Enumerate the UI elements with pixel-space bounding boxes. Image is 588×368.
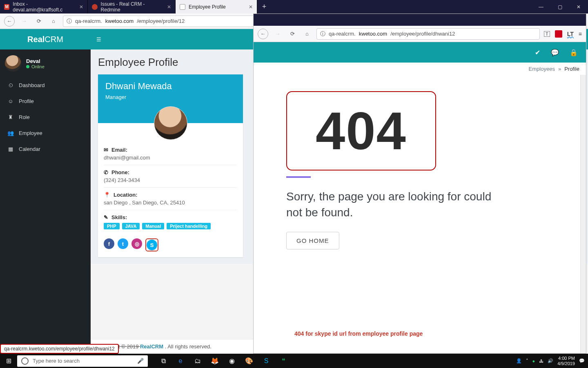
facebook-icon[interactable]: f (104, 238, 114, 249)
reload-button[interactable]: ⟳ (33, 16, 44, 27)
mic-icon[interactable]: 🎤 (137, 358, 144, 364)
hamburger-icon[interactable]: ☰ (96, 36, 101, 43)
close-icon[interactable]: ✕ (249, 4, 253, 10)
social-row: f t ◎ S (104, 238, 237, 251)
hangouts-icon[interactable]: ❝ (275, 355, 292, 367)
envelope-icon: ✉ (104, 147, 108, 153)
redmine-icon (92, 4, 98, 10)
close-icon[interactable]: ✕ (167, 4, 171, 10)
forward-button[interactable]: → (19, 16, 29, 27)
win2-tabstrip (254, 14, 586, 26)
sidebar-item-employee[interactable]: 👥Employee (0, 125, 91, 141)
network-icon[interactable]: 🖧 (539, 359, 543, 364)
text-extension-icon[interactable]: T (544, 31, 550, 37)
lt-extension-icon[interactable]: LT (567, 31, 574, 37)
url-bar[interactable]: ⓘ qa-realcrm.kwetoo.com/employee/profile… (63, 16, 267, 27)
chat-icon[interactable]: 💬 (551, 49, 559, 56)
sidebar-item-calendar[interactable]: ▦Calendar (0, 141, 91, 157)
tray-chevron-icon[interactable]: ˄ (526, 358, 528, 364)
close-icon[interactable]: ✕ (79, 4, 83, 10)
skill-chip: JAVA (122, 223, 140, 229)
sidebar-item-role[interactable]: ♜Role (0, 109, 91, 125)
location-value: san Diego , San Diego, CA, 25410 (104, 200, 237, 206)
lock-icon[interactable]: 🔒 (570, 49, 578, 56)
user-icon: ☺ (7, 98, 14, 104)
people-icon[interactable]: 👤 (516, 358, 522, 364)
skype-icon[interactable]: S (258, 355, 274, 367)
new-tab-button[interactable]: + (257, 0, 271, 13)
sidebar-user[interactable]: Deval Online (0, 49, 91, 77)
url-path: /employee/profile/12 (137, 18, 185, 24)
edge-icon[interactable]: e (172, 355, 189, 367)
minimize-button[interactable]: — (532, 0, 550, 13)
annotation-note: 404 for skype id url from employee profi… (294, 330, 423, 337)
skill-chip: Manual (142, 223, 164, 229)
skype-icon[interactable]: S (147, 240, 157, 250)
firefox-icon[interactable]: 🦊 (207, 355, 223, 367)
error-code: 404 (316, 100, 407, 162)
back-button[interactable]: ← (258, 29, 268, 39)
tab-label: Employee Profile (189, 4, 226, 10)
tab-redmine[interactable]: Issues - Real CRM - Redmine ✕ (88, 0, 176, 13)
back-button[interactable]: ← (4, 16, 15, 27)
gmail-icon: M (4, 4, 9, 10)
notifications-icon[interactable]: 💬 (579, 358, 585, 364)
tab-gmail[interactable]: M Inbox - deval.amin@kraffsoft.c ✕ (0, 0, 88, 13)
phone-icon: ✆ (104, 169, 108, 175)
tab-group: M Inbox - deval.amin@kraffsoft.c ✕ Issue… (0, 0, 271, 13)
breadcrumb: Employees » Profile (254, 63, 586, 75)
tab-label: Inbox - deval.amin@kraffsoft.c (13, 1, 76, 13)
chrome-icon[interactable]: ◉ (224, 355, 240, 367)
status-hover-url: qa-realcrm.kwetoo.com/employee/profile/d… (0, 344, 119, 354)
taskbar-search[interactable]: Type here to search 🎤 (17, 355, 148, 367)
flash-icon[interactable] (555, 30, 562, 38)
app-topbar-right: ✔ 💬 🔒 (254, 42, 586, 63)
url-domain: kwetoo.com (105, 18, 134, 24)
employee-name: Dhwani Mewada (105, 81, 236, 92)
sidebar-item-profile[interactable]: ☺Profile (0, 93, 91, 109)
go-home-button[interactable]: GO HOME (286, 232, 339, 249)
scrollbar[interactable] (580, 75, 586, 353)
employee-role: Manager (105, 94, 236, 100)
avatar (5, 55, 21, 72)
footer-brand-link[interactable]: RealCRM (140, 343, 163, 350)
page-icon (180, 4, 185, 10)
twitter-icon[interactable]: t (118, 238, 128, 249)
url-prefix: qa-realcrm. (75, 18, 102, 24)
reload-button[interactable]: ⟳ (287, 29, 298, 39)
skype-highlight: S (145, 238, 158, 251)
pin-icon: 📍 (104, 192, 110, 198)
browser-toolbar-right: ← → ⟳ ⌂ ⓘ qa-realcrm.kwetoo.com/employee… (254, 26, 586, 42)
search-placeholder: Type here to search (33, 358, 80, 364)
system-tray: 👤 ˄ ● 🖧 🔊 4:00 PM 4/9/2019 💬 (513, 356, 588, 366)
tab-employee-profile[interactable]: Employee Profile ✕ (176, 0, 257, 13)
maximize-button[interactable]: ▢ (550, 0, 569, 13)
url-bar[interactable]: ⓘ qa-realcrm.kwetoo.com/employee/profile… (316, 28, 540, 40)
volume-icon[interactable]: 🔊 (548, 358, 553, 364)
sidebar-item-dashboard[interactable]: ⏲Dashboard (0, 77, 91, 93)
close-button[interactable]: ✕ (569, 0, 588, 13)
users-icon: 👥 (7, 130, 14, 136)
calendar-icon: ▦ (7, 146, 14, 152)
brand[interactable]: RealCRM (0, 29, 91, 49)
skill-chip: PHP (104, 223, 120, 229)
check-icon[interactable]: ✔ (535, 49, 540, 56)
home-button[interactable]: ⌂ (48, 16, 59, 27)
paint-icon[interactable]: 🎨 (241, 355, 257, 367)
menu-icon[interactable]: ≡ (579, 31, 582, 37)
sidebar: RealCRM Deval Online ⏲Dashboard ☺Profile… (0, 29, 91, 354)
forward-button[interactable]: → (272, 29, 283, 39)
home-button[interactable]: ⌂ (302, 29, 312, 39)
task-icons: ⧉ e 🗂 🦊 ◉ 🎨 S ❝ (155, 355, 292, 367)
tray-status-icon[interactable]: ● (532, 359, 535, 364)
pencil-icon: ✎ (104, 214, 108, 220)
taskview-icon[interactable]: ⧉ (155, 355, 172, 367)
error-message: Sorry, the page you are looking for coul… (286, 188, 499, 220)
tab-label: Issues - Real CRM - Redmine (101, 1, 164, 13)
taskbar-clock[interactable]: 4:00 PM 4/9/2019 (557, 356, 575, 366)
explorer-icon[interactable]: 🗂 (189, 355, 206, 367)
start-button[interactable]: ⊞ (0, 357, 17, 365)
instagram-icon[interactable]: ◎ (131, 238, 142, 249)
crumb-employees[interactable]: Employees (529, 66, 555, 72)
user-status: Online (26, 64, 45, 69)
